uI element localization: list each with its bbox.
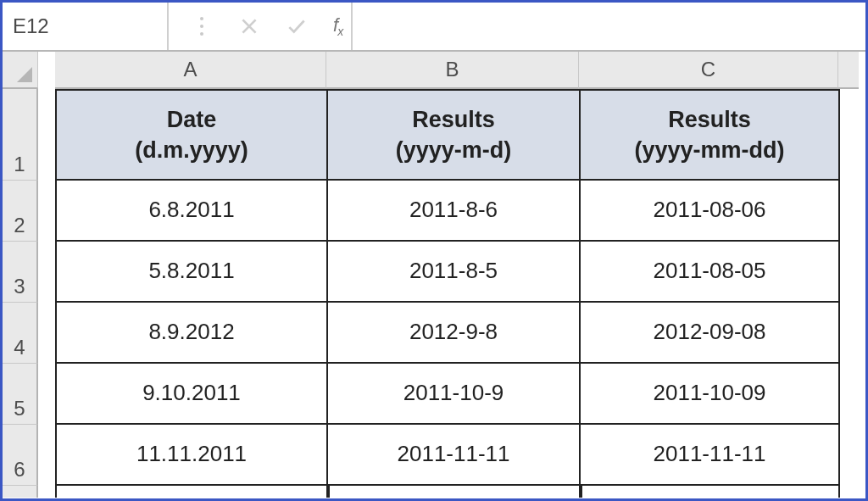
cell[interactable]: 2011-10-09 <box>581 364 840 425</box>
spreadsheet-grid: A B C 1 Date(d.m.yyyy) Results(yyyy-m-d)… <box>3 52 865 498</box>
header-cell-b[interactable]: Results(yyyy-m-d) <box>328 89 581 181</box>
header-cell-c[interactable]: Results(yyyy-mm-dd) <box>581 89 840 181</box>
table-row: 5 9.10.2011 2011-10-9 2011-10-09 <box>3 364 865 425</box>
row-header-tail <box>3 486 38 498</box>
cell[interactable]: 2012-9-8 <box>328 303 581 364</box>
cell-tail <box>581 486 840 498</box>
name-box-wrap[interactable] <box>3 3 169 50</box>
row-header[interactable]: 4 <box>3 303 38 364</box>
cell[interactable]: 11.11.2011 <box>55 425 328 486</box>
row-header-1[interactable]: 1 <box>3 89 38 181</box>
cell[interactable]: 2011-08-06 <box>581 181 840 242</box>
formula-input[interactable] <box>353 12 865 41</box>
cancel-icon[interactable] <box>238 15 260 37</box>
cell-tail <box>328 486 581 498</box>
table-row: 2 6.8.2011 2011-8-6 2011-08-06 <box>3 181 865 242</box>
cell-tail <box>55 486 328 498</box>
row-header[interactable]: 5 <box>3 364 38 425</box>
cell[interactable]: 2011-8-6 <box>328 181 581 242</box>
cell[interactable]: 2012-09-08 <box>581 303 840 364</box>
cell[interactable]: 2011-08-05 <box>581 242 840 303</box>
grid-rows: 1 Date(d.m.yyyy) Results(yyyy-m-d) Resul… <box>3 89 865 498</box>
select-all-corner[interactable] <box>3 52 38 89</box>
row-header[interactable]: 6 <box>3 425 38 486</box>
column-header-tail <box>838 52 859 89</box>
insert-function-icon[interactable]: fx <box>333 14 342 38</box>
table-row-tail <box>3 486 865 498</box>
column-header-c[interactable]: C <box>579 52 838 89</box>
cell[interactable]: 8.9.2012 <box>55 303 328 364</box>
formula-bar: fx <box>3 3 865 52</box>
row-header[interactable]: 3 <box>3 242 38 303</box>
header-cell-a[interactable]: Date(d.m.yyyy) <box>55 89 328 181</box>
enter-icon[interactable] <box>286 15 308 37</box>
row-header[interactable]: 2 <box>3 181 38 242</box>
cell[interactable]: 2011-8-5 <box>328 242 581 303</box>
table-header-row: 1 Date(d.m.yyyy) Results(yyyy-m-d) Resul… <box>3 89 865 181</box>
cell[interactable]: 2011-11-11 <box>581 425 840 486</box>
table-row: 4 8.9.2012 2012-9-8 2012-09-08 <box>3 303 865 364</box>
column-header-a[interactable]: A <box>55 52 326 89</box>
cell[interactable]: 2011-10-9 <box>328 364 581 425</box>
drag-handle-icon <box>191 15 213 37</box>
cell[interactable]: 9.10.2011 <box>55 364 328 425</box>
cell[interactable]: 5.8.2011 <box>55 242 328 303</box>
formula-bar-buttons: fx <box>169 3 353 50</box>
cell[interactable]: 2011-11-11 <box>328 425 581 486</box>
column-headers: A B C <box>3 52 865 89</box>
table-row: 6 11.11.2011 2011-11-11 2011-11-11 <box>3 425 865 486</box>
excel-window: fx A B C 1 Date(d.m.yyyy) Results(yyyy-m… <box>0 0 868 501</box>
column-header-b[interactable]: B <box>326 52 579 89</box>
table-row: 3 5.8.2011 2011-8-5 2011-08-05 <box>3 242 865 303</box>
cell[interactable]: 6.8.2011 <box>55 181 328 242</box>
